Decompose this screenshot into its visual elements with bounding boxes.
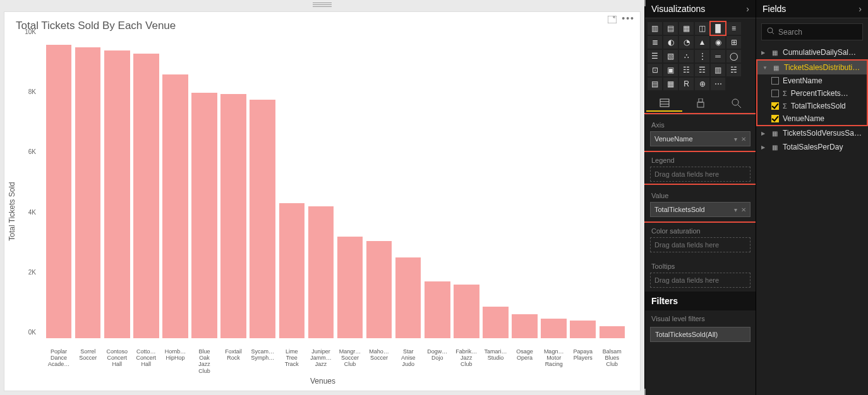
visual-type-icon[interactable]: ⊕ — [695, 78, 709, 90]
bar[interactable] — [366, 241, 392, 338]
visualizations-header[interactable]: Visualizations › — [645, 0, 756, 18]
bar[interactable] — [162, 74, 188, 338]
fields-tab[interactable] — [646, 95, 682, 112]
visual-type-icon[interactable]: ☰ — [648, 50, 662, 62]
table-row[interactable]: ▶▦TicketsSoldVersusSa… — [756, 126, 868, 140]
table-row[interactable]: ▶▦TotalSalesPerDay — [756, 140, 868, 154]
color-saturation-well[interactable]: Color saturation Drag data fields here — [645, 221, 756, 256]
visual-type-icon[interactable]: ≡ — [726, 22, 741, 35]
bar[interactable] — [483, 307, 509, 338]
bar[interactable] — [570, 321, 596, 338]
bar[interactable] — [600, 326, 625, 338]
table-row[interactable]: ▼▦TicketSalesDistributi… — [757, 61, 867, 74]
visual-type-icon[interactable]: ▤ — [648, 78, 662, 90]
x-tick-label: SorrelSoccer — [74, 348, 102, 374]
bar[interactable] — [512, 314, 538, 338]
visual-type-icon[interactable]: ▤ — [663, 22, 678, 35]
visual-type-icon[interactable]: ◯ — [726, 50, 741, 62]
visual-type-icon[interactable]: ◫ — [695, 22, 709, 35]
table-row[interactable]: ▶▦CumulativeDailySal… — [756, 45, 868, 59]
bar[interactable] — [220, 94, 246, 338]
value-well[interactable]: Value TotalTicketsSold ▾✕ — [645, 186, 756, 221]
x-tick-label: Dogw…Dojo — [423, 348, 451, 374]
bar[interactable] — [395, 257, 421, 338]
visual-type-icon[interactable]: ☷ — [679, 64, 694, 76]
visual-type-icon[interactable]: ▦ — [663, 78, 678, 90]
visual-type-icon[interactable]: ◉ — [711, 36, 725, 49]
y-tick-label: 4K — [28, 208, 36, 215]
visual-type-icon[interactable]: ⋮ — [695, 50, 709, 62]
checkbox[interactable] — [771, 77, 779, 85]
x-tick-label: Hornb…HipHop — [161, 348, 189, 374]
x-axis-label: Venues — [310, 377, 335, 386]
bar[interactable] — [104, 50, 130, 338]
checkbox[interactable] — [771, 102, 779, 110]
bar[interactable] — [46, 45, 72, 339]
visual-type-icon[interactable]: ▧ — [663, 50, 678, 62]
field-row[interactable]: ΣTotalTicketsSold — [757, 100, 867, 112]
bar[interactable] — [308, 206, 334, 338]
visual-type-icon[interactable]: ☵ — [726, 64, 741, 76]
axis-well[interactable]: Axis VenueName ▾✕ — [645, 115, 756, 150]
x-tick-label: PapayaPlayers — [569, 348, 597, 374]
field-row[interactable]: VenueName — [757, 112, 867, 125]
more-options-icon[interactable]: ••• — [622, 13, 635, 25]
visual-type-icon[interactable]: ▥ — [711, 64, 725, 76]
focus-mode-icon[interactable] — [608, 15, 617, 26]
tooltips-well[interactable]: Tooltips Drag data fields here — [645, 256, 756, 292]
visual-type-icon[interactable]: ▦ — [679, 22, 694, 35]
legend-well[interactable]: Legend Drag data fields here — [645, 150, 756, 186]
bar[interactable] — [133, 54, 159, 338]
visual-type-icon[interactable]: ⋯ — [711, 78, 725, 90]
bar[interactable] — [75, 47, 101, 338]
chevron-right-icon[interactable]: › — [859, 4, 862, 14]
remove-icon[interactable]: ✕ — [741, 136, 746, 143]
bar[interactable] — [337, 237, 363, 339]
chevron-down-icon[interactable]: ▾ — [734, 206, 737, 213]
filters-header[interactable]: Filters — [645, 292, 756, 310]
format-tab[interactable] — [682, 95, 718, 112]
svg-rect-1 — [660, 99, 669, 107]
visual-type-icon[interactable]: ◔ — [679, 36, 694, 49]
x-tick-label: ContosoConcertHall — [103, 348, 131, 374]
x-tick-label: BalsamBluesClub — [598, 348, 626, 374]
search-icon — [767, 27, 775, 37]
y-axis-label: Total Tickets Sold — [8, 182, 16, 240]
visual-type-icon[interactable]: ∴ — [679, 50, 694, 62]
visual-type-icon[interactable]: ⊡ — [648, 64, 662, 76]
bar[interactable] — [191, 93, 217, 339]
fields-header[interactable]: Fields › — [756, 0, 868, 18]
bar[interactable] — [279, 203, 305, 338]
remove-icon[interactable]: ✕ — [741, 206, 746, 213]
x-tick-label: PoplarDanceAcade… — [45, 348, 73, 374]
field-row[interactable]: EventName — [757, 74, 867, 87]
visual-type-icon[interactable]: ⊞ — [726, 36, 741, 49]
visual-type-icon[interactable]: ☶ — [695, 64, 709, 76]
bar[interactable] — [425, 281, 450, 338]
bar[interactable] — [454, 285, 479, 339]
chevron-right-icon[interactable]: › — [746, 4, 749, 14]
x-tick-label: OsageOpera — [511, 348, 539, 374]
chevron-down-icon[interactable]: ▾ — [734, 136, 737, 143]
visual-type-icon[interactable]: ═ — [711, 50, 725, 62]
filters-subheader: Visual level filters — [645, 310, 756, 327]
visual-type-icon[interactable]: ▥ — [648, 22, 662, 35]
report-canvas[interactable]: ••• Total Tickets Sold By Each Venue Tot… — [0, 0, 644, 395]
y-tick-label: 8K — [28, 88, 36, 95]
visual-type-icon[interactable]: ≣ — [648, 36, 662, 49]
visual-type-icon[interactable]: █ — [711, 22, 725, 35]
visual-type-icon[interactable]: R — [679, 78, 694, 90]
analytics-tab[interactable] — [718, 95, 754, 112]
chart-visual[interactable]: ••• Total Tickets Sold By Each Venue Tot… — [4, 11, 641, 391]
bar[interactable] — [541, 319, 567, 338]
visual-type-icon[interactable]: ▲ — [695, 36, 709, 49]
visual-type-icon[interactable]: ◐ — [663, 36, 678, 49]
fields-search-input[interactable]: Search — [761, 23, 863, 40]
field-row[interactable]: ΣPercentTickets… — [757, 87, 867, 100]
filter-item[interactable]: TotalTicketsSold(All) — [650, 327, 750, 342]
bar[interactable] — [250, 100, 275, 338]
visual-type-icon[interactable]: ▣ — [663, 64, 678, 76]
checkbox[interactable] — [771, 90, 779, 97]
drag-handle-icon[interactable] — [313, 3, 332, 7]
checkbox[interactable] — [771, 115, 779, 122]
